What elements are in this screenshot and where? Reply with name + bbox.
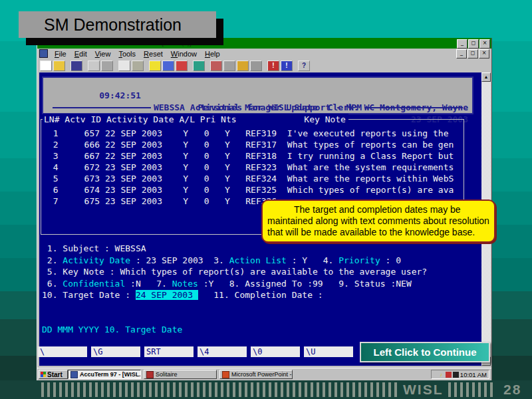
task-button-powerpoint[interactable]: Microsoft PowerPoint - [sm] xyxy=(219,370,293,379)
fax-icon[interactable] xyxy=(101,61,113,71)
menu-bar: FileEditViewToolsResetWindowHelp _ ◻ × xyxy=(37,49,491,59)
slide-footer-band: WISL 28 xyxy=(0,380,532,399)
field-text: Notes xyxy=(172,279,198,289)
task-button-label: AccuTerm 97 - [WISL... xyxy=(80,371,141,378)
field-text: 6. xyxy=(42,279,63,289)
display-icon[interactable] xyxy=(453,372,459,378)
page-number: 28 xyxy=(503,380,521,399)
menu-help[interactable]: Help xyxy=(201,50,224,58)
table-row: 6 674 23 SEP 2003 Y 0 Y REF325 Which typ… xyxy=(43,184,462,196)
footer-brand: WISL xyxy=(403,380,444,399)
callout-text: The target and completion dates may be m… xyxy=(267,204,489,237)
edit-icon[interactable] xyxy=(149,61,161,71)
field-line: 2. Activity Date : 23 SEP 2003 3. Action… xyxy=(42,255,427,267)
function-key-6[interactable]: \U xyxy=(304,346,353,357)
settings-icon[interactable] xyxy=(250,61,262,71)
task-button-accuterm[interactable]: AccuTerm 97 - [WISL... xyxy=(68,370,141,379)
toolbar-separator xyxy=(205,61,209,71)
print-icon[interactable] xyxy=(88,61,100,71)
field-text: :Y 8. Assigned To :99 9. Status :NEW xyxy=(198,279,412,289)
field-text: 1. Subject : WEBSSA xyxy=(42,243,146,253)
desktop-screenshot: AccuTerm 97 - [WISL (a)] _ ◻ × FileEditV… xyxy=(37,38,492,380)
accuterm-icon xyxy=(70,371,78,378)
toolbar-separator xyxy=(144,61,148,71)
toolbar-separator xyxy=(188,61,192,71)
paint-icon[interactable] xyxy=(176,61,188,71)
open-folder-icon[interactable] xyxy=(53,61,65,71)
volume-icon[interactable]: ♪ xyxy=(438,372,444,378)
slide-title-box: SM Demonstration xyxy=(19,11,216,38)
menu-tools[interactable]: Tools xyxy=(114,50,140,58)
system-tray: ♪ 10:01 AM xyxy=(431,370,489,379)
menu-view[interactable]: View xyxy=(91,50,115,58)
field-line: 10. Target Date : 24 SEP 2003 11. Comple… xyxy=(42,289,427,301)
menu-reset[interactable]: Reset xyxy=(140,50,167,58)
function-key-1[interactable]: \ xyxy=(38,346,87,357)
function-key-3[interactable]: SRT xyxy=(144,346,194,357)
lock-icon[interactable] xyxy=(237,61,249,71)
windows-logo-icon xyxy=(41,372,46,377)
toolbar-separator xyxy=(66,61,70,71)
start-button[interactable]: Start xyxy=(39,370,68,379)
continue-button[interactable]: Left Click to Continue xyxy=(360,342,490,362)
function-key-2[interactable]: \G xyxy=(91,346,140,357)
field-text: 5. Key Note : Which types of report(s) a… xyxy=(42,267,427,277)
break-red-icon[interactable]: ! xyxy=(267,61,279,71)
table-row: 1 657 22 SEP 2003 Y 0 Y REF319 I've exec… xyxy=(43,128,462,139)
mdi-close-icon[interactable]: × xyxy=(479,49,489,59)
task-button-label: Microsoft PowerPoint - [sm] xyxy=(231,371,293,378)
menu-file[interactable]: File xyxy=(51,50,70,58)
table-row: 5 673 23 SEP 2003 Y 0 Y REF324 What are … xyxy=(43,173,462,184)
connect-icon[interactable] xyxy=(210,61,222,71)
table-row: 4 672 23 SEP 2003 Y 0 Y REF323 What are … xyxy=(43,162,462,173)
toolbar-separator xyxy=(293,61,297,71)
field-text: Action List xyxy=(229,255,287,265)
new-file-icon[interactable] xyxy=(40,61,52,71)
field-text: Confidential xyxy=(63,279,125,289)
restore-icon[interactable]: ◻ xyxy=(468,39,479,49)
break-blue-icon[interactable]: ! xyxy=(281,61,293,71)
field-text: Activity Date xyxy=(63,255,130,265)
terminal-header-band: 09:42:51 Personal Manager Update 23 SEP … xyxy=(42,76,473,114)
disconnect-icon[interactable] xyxy=(223,61,235,71)
task-button-solitaire[interactable]: Solitaire xyxy=(144,370,217,379)
save-icon[interactable] xyxy=(70,61,82,71)
clerk-text: Clerk: WC Montgomery, Wayne xyxy=(328,102,468,114)
table-header: LN# Actv ID Activity Date A/L Pri Nts Ke… xyxy=(43,114,348,125)
field-text: Priority xyxy=(338,255,380,265)
table-row: 3 667 22 SEP 2003 Y 0 Y REF318 I try run… xyxy=(43,150,462,162)
taskbar: Start AccuTerm 97 - [WISL...SolitaireMic… xyxy=(37,368,491,381)
mdi-minimize-icon[interactable]: _ xyxy=(456,49,467,59)
footer-stripes xyxy=(448,382,493,397)
minimize-icon[interactable]: _ xyxy=(457,39,467,49)
capture-icon[interactable] xyxy=(193,61,205,71)
close-icon[interactable]: × xyxy=(479,39,490,49)
antivirus-icon[interactable] xyxy=(446,372,452,378)
clock: 10:01 AM xyxy=(460,371,487,378)
slide-title: SM Demonstration xyxy=(19,11,216,38)
menu-window[interactable]: Window xyxy=(167,50,201,58)
field-text: 10. Target Date : xyxy=(42,290,136,300)
field-text: 11. Completion Date : xyxy=(198,290,323,300)
function-key-4[interactable]: \4 xyxy=(198,346,247,357)
active-input-field[interactable]: 24 SEP 2003 xyxy=(136,290,198,300)
field-text: :N 7. xyxy=(125,279,172,289)
paste-icon[interactable] xyxy=(132,61,144,71)
app-icon[interactable] xyxy=(39,49,48,58)
table-row: 2 666 22 SEP 2003 Y 0 Y REF317 What type… xyxy=(43,139,462,150)
mdi-restore-icon[interactable]: ◻ xyxy=(467,49,478,59)
menu-edit[interactable]: Edit xyxy=(70,50,91,58)
footer-stripes xyxy=(41,382,399,397)
field-text: : Y 4. xyxy=(287,255,338,265)
input-prompt: DD MMM YYYY 10. Target Date xyxy=(42,325,182,334)
field-text: : 0 xyxy=(380,255,401,265)
window-title: AccuTerm 97 - [WISL (a)] xyxy=(117,39,192,47)
copy-icon[interactable] xyxy=(118,61,130,71)
field-line: 1. Subject : WEBSSA xyxy=(42,243,427,255)
function-key-5[interactable]: \0 xyxy=(251,346,300,357)
help-icon[interactable]: ? xyxy=(298,61,310,71)
scroll-up-icon[interactable]: ▲ xyxy=(481,72,491,82)
toolbar-separator xyxy=(83,61,87,71)
select-icon[interactable] xyxy=(162,61,174,71)
callout-note: The target and completion dates may be m… xyxy=(261,200,495,243)
